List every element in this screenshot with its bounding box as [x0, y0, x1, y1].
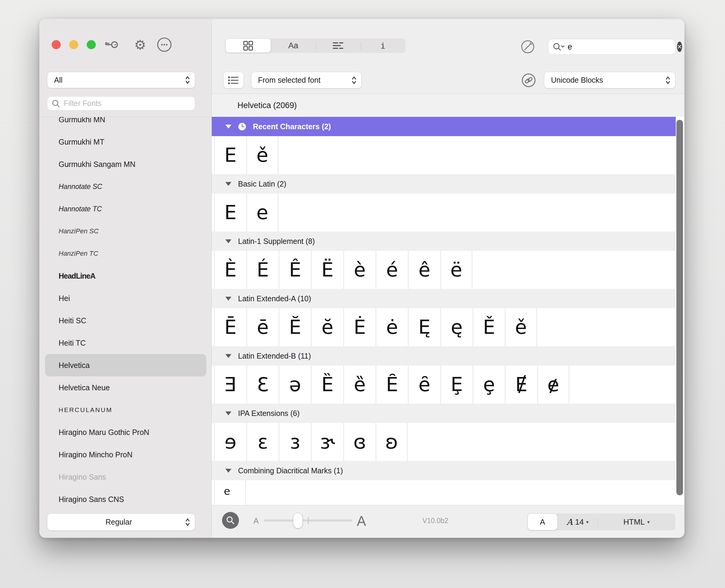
character-cell[interactable]: ɘ	[214, 423, 246, 461]
font-list-item[interactable]: Heiti TC	[45, 332, 206, 354]
font-list-item[interactable]: Hiragino Mincho ProN	[45, 443, 206, 466]
character-cell[interactable]: e	[246, 193, 279, 232]
unicode-block-header[interactable]: Combining Diacritical Marks (1)	[212, 461, 676, 480]
tab-grid-view[interactable]	[225, 38, 271, 53]
font-list-item[interactable]: Hannotate SC	[45, 175, 206, 198]
tab-text-view[interactable]: Aa	[271, 38, 316, 53]
font-list-item[interactable]: HeadLineA	[45, 265, 206, 287]
disclosure-triangle-icon[interactable]	[225, 239, 231, 243]
character-cell[interactable]: ȅ	[343, 365, 376, 403]
zoom-button[interactable]	[87, 40, 96, 49]
close-button[interactable]	[52, 40, 61, 49]
license-key-button[interactable]	[103, 37, 120, 53]
character-cell[interactable]: ē	[246, 308, 279, 346]
character-cell[interactable]: ĕ	[311, 308, 343, 346]
character-search-input[interactable]	[567, 42, 675, 52]
magnify-preview-button[interactable]	[222, 512, 239, 529]
tab-html-format[interactable]: HTML ▾	[598, 513, 676, 530]
character-cell[interactable]: ʚ	[376, 423, 408, 461]
character-source-select[interactable]: From selected font	[251, 72, 362, 88]
tab-list-view[interactable]	[316, 38, 361, 53]
character-cell[interactable]: Ë	[311, 251, 343, 289]
character-cell[interactable]: ė	[376, 308, 408, 346]
character-cell[interactable]: É	[246, 251, 279, 289]
font-list-item[interactable]: Gurmukhi Sangam MN	[45, 153, 206, 175]
size-slider-thumb[interactable]	[293, 513, 303, 528]
character-cell[interactable]: ȩ	[472, 365, 505, 403]
tab-formatted-size[interactable]: A 14 ▾	[558, 513, 598, 530]
grouping-select[interactable]: Unicode Blocks	[544, 72, 676, 88]
font-collection-select[interactable]: All	[47, 72, 195, 88]
character-cell[interactable]: E	[214, 136, 246, 174]
annotation-toggle-button[interactable]	[520, 39, 536, 55]
character-cell[interactable]: ê	[408, 251, 440, 289]
more-options-button[interactable]	[156, 37, 173, 53]
character-cell[interactable]: Ȅ	[311, 365, 343, 403]
font-style-select[interactable]: Regular	[47, 513, 195, 531]
font-filter-field[interactable]	[47, 96, 195, 110]
unicode-block-header[interactable]: Latin-1 Supplement (8)	[212, 232, 676, 251]
unicode-block-header[interactable]: Latin Extended-B (11)	[212, 346, 676, 365]
font-list-item[interactable]: Gurmukhi MT	[45, 131, 206, 153]
font-list-item[interactable]: Hei	[45, 287, 206, 309]
font-list-item[interactable]: Gurmukhi MN	[45, 117, 206, 131]
font-list[interactable]: Gurmukhi MNGurmukhi MTGurmukhi Sangam MN…	[40, 117, 212, 504]
minimize-button[interactable]	[69, 40, 78, 49]
character-cell[interactable]: ě	[505, 308, 537, 346]
disclosure-triangle-icon[interactable]	[225, 469, 231, 473]
character-cell[interactable]: Ȇ	[376, 365, 408, 403]
font-list-item[interactable]: Helvetica Neue	[45, 376, 206, 399]
character-cell[interactable]: Ě	[472, 308, 505, 346]
character-cell[interactable]: Ę	[408, 308, 440, 346]
font-list-item[interactable]: Hiragino Sans	[45, 466, 206, 488]
settings-button[interactable]: ⚙	[132, 37, 148, 53]
font-list-item[interactable]: HERCULANUM	[45, 399, 206, 421]
tab-plain-text[interactable]: A	[527, 513, 558, 530]
character-cell[interactable]: ɜ	[279, 423, 311, 461]
vertical-scrollbar-thumb[interactable]	[677, 120, 683, 495]
font-list-item[interactable]: Heiti SC	[45, 309, 206, 332]
unicode-block-header[interactable]: Latin Extended-A (10)	[212, 289, 676, 308]
character-cell[interactable]: E	[214, 193, 246, 232]
block-list-button[interactable]	[223, 72, 244, 88]
font-list-item[interactable]: HanziPen TC	[45, 243, 206, 265]
disclosure-triangle-icon[interactable]	[225, 125, 231, 129]
unicode-block-header[interactable]: Recent Characters (2)	[212, 117, 676, 136]
character-cell[interactable]: Ê	[279, 251, 311, 289]
disclosure-triangle-icon[interactable]	[225, 182, 231, 186]
character-cell[interactable]: È	[214, 251, 246, 289]
character-cell[interactable]: ǝ	[279, 365, 311, 403]
character-cell[interactable]: é	[376, 251, 408, 289]
disclosure-triangle-icon[interactable]	[225, 297, 231, 301]
character-cell[interactable]: ë	[440, 251, 472, 289]
disclosure-triangle-icon[interactable]	[225, 354, 231, 358]
character-cell[interactable]: ȇ	[408, 365, 440, 403]
character-cell[interactable]: Ė	[343, 308, 376, 346]
character-cell[interactable]: è	[343, 251, 376, 289]
character-cell[interactable]: e	[214, 480, 246, 505]
font-list-item[interactable]: Hiragino Maru Gothic ProN	[45, 421, 206, 443]
character-cell[interactable]: ɞ	[343, 423, 376, 461]
link-groups-button[interactable]	[521, 72, 537, 88]
character-cell[interactable]: ě	[246, 136, 279, 174]
tab-info-view[interactable]: i	[361, 38, 406, 53]
character-cell[interactable]: ɝ	[311, 423, 343, 461]
clear-search-icon[interactable]: ✕	[677, 42, 682, 52]
character-cell[interactable]: ę	[440, 308, 472, 346]
character-cell[interactable]: Ɇ	[505, 365, 537, 403]
font-list-item[interactable]: HanziPen SC	[45, 220, 206, 243]
character-cell[interactable]: ɛ	[246, 423, 279, 461]
character-cell[interactable]: Ǝ	[214, 365, 246, 403]
font-list-item[interactable]: Helvetica	[45, 354, 206, 376]
character-cell[interactable]: Ĕ	[279, 308, 311, 346]
character-cell[interactable]: Ɛ	[246, 365, 279, 403]
character-search-field[interactable]: ✕	[548, 39, 676, 55]
character-cell[interactable]: Ē	[214, 308, 246, 346]
font-filter-input[interactable]	[63, 99, 190, 108]
character-cell[interactable]: ɇ	[537, 365, 569, 403]
font-list-item[interactable]: Hiragino Sans CNS	[45, 488, 206, 504]
disclosure-triangle-icon[interactable]	[225, 412, 231, 415]
unicode-block-header[interactable]: Basic Latin (2)	[212, 174, 676, 193]
font-list-item[interactable]: Hannotate TC	[45, 198, 206, 220]
character-cell[interactable]: Ȩ	[440, 365, 472, 403]
